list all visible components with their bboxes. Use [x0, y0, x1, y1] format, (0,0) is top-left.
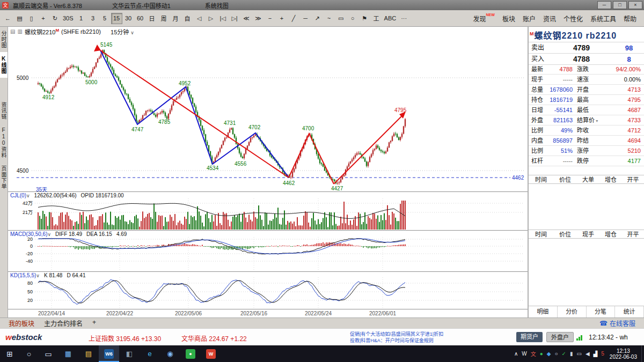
tf-3[interactable]: 3: [87, 13, 99, 24]
task-view-icon[interactable]: ▭: [39, 345, 58, 362]
draw-arrow-icon[interactable]: ↗: [312, 13, 323, 24]
quote-tab-明细[interactable]: 明细: [529, 306, 558, 317]
wenhua-wh6-icon[interactable]: W6: [99, 345, 119, 362]
step-fwd-icon[interactable]: ▷|: [229, 13, 240, 24]
quote-tab-统计[interactable]: 统计: [615, 306, 644, 317]
wechat-icon[interactable]: ●: [180, 345, 201, 362]
search-icon[interactable]: ○: [19, 345, 39, 362]
show-desktop-button[interactable]: [641, 345, 644, 362]
online-service-link[interactable]: ☎ 在线客服: [599, 319, 635, 328]
menu-系统工具[interactable]: 系统工具: [587, 13, 619, 24]
ask-row[interactable]: 卖出478998: [529, 42, 644, 54]
tray-shield-icon[interactable]: ◆: [547, 351, 551, 357]
quote-tab-分价[interactable]: 分价: [558, 306, 587, 317]
tool-abc[interactable]: ABC: [383, 13, 398, 24]
app-icon[interactable]: ◧: [119, 345, 140, 362]
bottom-tab-主力合约排名[interactable]: 主力合约排名: [44, 319, 83, 328]
sidebar-tab-分时图[interactable]: 分时图: [0, 27, 8, 52]
promo-text[interactable]: 促销|有个大活动如/昌盛间隔其义学进1|折扣 投教|科普H&A：开户时间与保证金…: [350, 331, 500, 344]
refresh-icon[interactable]: ↻: [49, 13, 61, 24]
menu-个性化[interactable]: 个性化: [560, 13, 586, 24]
bottom-tab-我的板块[interactable]: 我的板块: [9, 319, 34, 328]
bid-row[interactable]: 买入47888: [529, 54, 644, 65]
tray-usb-icon[interactable]: ▮: [570, 351, 573, 357]
tf-5[interactable]: 5: [99, 13, 111, 24]
menu-板块[interactable]: 板块: [499, 13, 518, 24]
macd-indicator-header[interactable]: MACD(30,50,6)∨ DIFF 18.49 DEA 16.15 4.69: [10, 231, 127, 237]
step-back-icon[interactable]: |◁: [217, 13, 229, 24]
menu-帮助[interactable]: 帮助: [620, 13, 640, 24]
back-icon[interactable]: ←: [2, 13, 13, 24]
tf-1[interactable]: 1: [76, 13, 87, 24]
tf-30s[interactable]: 30S: [61, 13, 75, 24]
tool-gann-icon[interactable]: 工: [371, 13, 382, 24]
chrome-icon[interactable]: ◉: [160, 345, 180, 362]
fast-back-icon[interactable]: ≪: [241, 13, 252, 24]
tf-15[interactable]: 15: [111, 13, 122, 24]
minimize-button[interactable]: ─: [597, 1, 611, 9]
maximize-button[interactable]: □: [613, 1, 627, 9]
microsoft-store-icon[interactable]: ▦: [58, 345, 78, 362]
zoom-out-icon[interactable]: −: [265, 13, 276, 24]
tray-5g-icon[interactable]: 5: [601, 351, 604, 357]
tf-day[interactable]: 日: [147, 13, 158, 24]
draw-wave-icon[interactable]: ~: [324, 13, 335, 24]
word-icon[interactable]: W: [201, 345, 221, 362]
tf-custom[interactable]: 自: [182, 13, 193, 24]
edge-icon[interactable]: e: [140, 345, 160, 362]
sidebar-tab-K线图[interactable]: K线图: [0, 52, 8, 78]
chevron-down-icon[interactable]: ▾: [595, 119, 598, 123]
file-explorer-icon[interactable]: ▤: [78, 345, 99, 362]
start-button[interactable]: ⊞: [0, 345, 19, 362]
volume-indicator-header[interactable]: CJL(0)∨ 126262.00(54:46) OPID 1816719.00: [10, 193, 124, 198]
kd-indicator-header[interactable]: KD(15,5,5)∨ K 81.48 D 64.41: [10, 272, 85, 278]
tray-volume-icon[interactable]: ◀: [586, 351, 590, 357]
draw-circle-icon[interactable]: ○: [347, 13, 358, 24]
play-fwd-icon[interactable]: ▷: [206, 13, 217, 24]
zoom-in-icon[interactable]: +: [276, 13, 288, 24]
chart-mode-icon[interactable]: ▥: [17, 28, 22, 34]
bottom-tab-+[interactable]: +: [92, 319, 96, 328]
play-back-icon[interactable]: ◁: [194, 13, 205, 24]
tf-week[interactable]: 周: [158, 13, 170, 24]
draw-line-icon[interactable]: ╱: [288, 13, 299, 24]
candle-chart-icon[interactable]: ▯: [26, 13, 37, 24]
tray-wenhua-icon[interactable]: 文: [531, 350, 536, 358]
menu-账户[interactable]: 账户: [519, 13, 539, 24]
taskbar-clock[interactable]: 12:13 2022-06-03: [610, 348, 641, 360]
tray-check-icon[interactable]: ✓: [562, 351, 566, 357]
close-button[interactable]: ×: [628, 1, 642, 9]
menu-资讯[interactable]: 资讯: [540, 13, 559, 24]
draw-hline-icon[interactable]: ─: [300, 13, 311, 24]
futures-account-button[interactable]: 期货户: [516, 332, 543, 342]
tray-wechat-icon[interactable]: ●: [540, 351, 543, 357]
chart-layout-icon[interactable]: ▤: [10, 28, 15, 34]
candlestick-chart[interactable]: 5000450044624912500051454747478549524534…: [8, 36, 528, 191]
tray-qq-icon[interactable]: ○: [554, 351, 558, 357]
more-icon[interactable]: ···: [398, 13, 409, 24]
tray-network-icon[interactable]: ▟: [594, 351, 598, 357]
cloud-node-tab[interactable]: 文华云节点-中国移动1: [112, 1, 171, 10]
fast-fwd-icon[interactable]: ≫: [253, 13, 264, 24]
overseas-account-button[interactable]: 外盘户: [546, 332, 574, 342]
draw-rect-icon[interactable]: ▭: [335, 13, 347, 24]
index-ticker-上证指数[interactable]: 上证指数 3195.46 +13.30: [89, 334, 161, 343]
tf-month[interactable]: 月: [170, 13, 181, 24]
quote-tab-分笔[interactable]: 分笔: [587, 306, 616, 317]
chart-period[interactable]: 15分钟 ∨: [111, 27, 134, 36]
kd-chart[interactable]: 805020: [8, 272, 528, 309]
tray-word-icon[interactable]: W: [522, 351, 526, 357]
system-tab[interactable]: 系统找图: [205, 1, 229, 10]
tray-chevron-icon[interactable]: ∧: [514, 351, 518, 357]
menu-发现[interactable]: 发现NEW: [470, 13, 498, 24]
sidebar-tab-资讯链[interactable]: 资讯链: [0, 98, 8, 123]
layout-icon[interactable]: ▤: [14, 13, 25, 24]
tf-30[interactable]: 30: [123, 13, 134, 24]
sidebar-tab-页面下单[interactable]: 页面下单: [0, 162, 8, 193]
draw-flag-icon[interactable]: ⚑: [359, 13, 370, 24]
crosshair-icon[interactable]: +: [38, 13, 49, 24]
index-ticker-文华商品[interactable]: 文华商品 224.67 +1.22: [181, 334, 247, 343]
tf-60[interactable]: 60: [135, 13, 146, 24]
sidebar-tab-F10资料[interactable]: F10资料: [0, 123, 8, 162]
tray-battery-icon[interactable]: ▭: [576, 351, 581, 357]
